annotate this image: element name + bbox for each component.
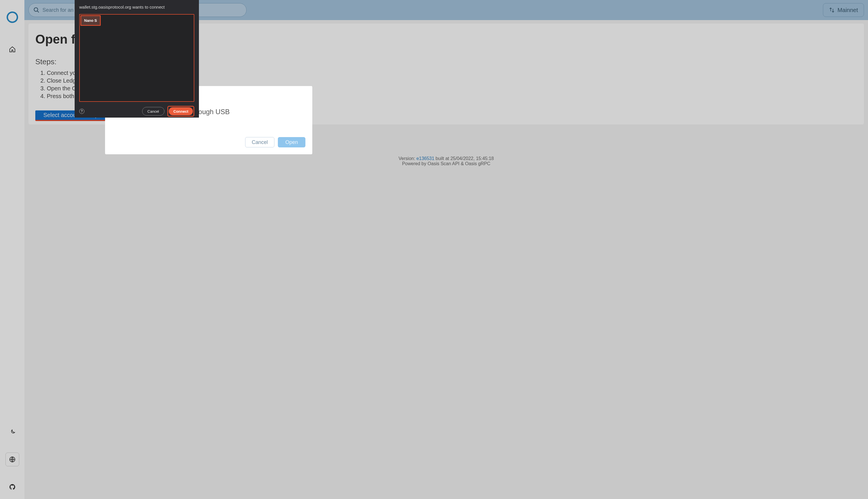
network-label: Mainnet <box>837 7 858 13</box>
github-link[interactable] <box>9 484 16 490</box>
device-option-nano-s[interactable]: Nano S <box>80 15 101 26</box>
svg-point-1 <box>34 8 38 11</box>
footer: Version: e136531 built at 25/04/2022, 15… <box>24 156 868 166</box>
device-cancel-button[interactable]: Cancel <box>142 107 165 115</box>
app-logo <box>7 11 18 23</box>
version-hash-link[interactable]: e136531 <box>416 156 434 161</box>
github-icon <box>9 484 16 490</box>
version-line: Version: e136531 built at 25/04/2022, 15… <box>24 156 868 161</box>
device-list: Nano S <box>79 14 194 102</box>
help-icon[interactable]: ? <box>79 109 84 114</box>
globe-icon <box>9 456 16 463</box>
hid-device-dialog: wallet.stg.oasisprotocol.org wants to co… <box>75 0 199 118</box>
language-button[interactable] <box>5 452 19 466</box>
device-dialog-title: wallet.stg.oasisprotocol.org wants to co… <box>79 4 194 10</box>
home-nav-button[interactable] <box>9 46 16 53</box>
modal-cancel-button[interactable]: Cancel <box>245 137 274 147</box>
theme-toggle-button[interactable] <box>9 429 15 435</box>
device-connect-button[interactable]: Connect <box>169 107 193 115</box>
home-icon <box>9 46 16 53</box>
swap-vertical-icon <box>829 7 835 13</box>
modal-open-button[interactable]: Open <box>278 137 306 147</box>
oasis-logo-icon <box>5 10 20 24</box>
powered-by: Powered by Oasis Scan API & Oasis gRPC <box>24 161 868 166</box>
device-connect-highlight: Connect <box>167 106 194 117</box>
moon-icon <box>9 429 15 435</box>
network-selector[interactable]: Mainnet <box>823 3 864 17</box>
sidebar <box>0 0 24 499</box>
search-icon <box>33 7 40 13</box>
